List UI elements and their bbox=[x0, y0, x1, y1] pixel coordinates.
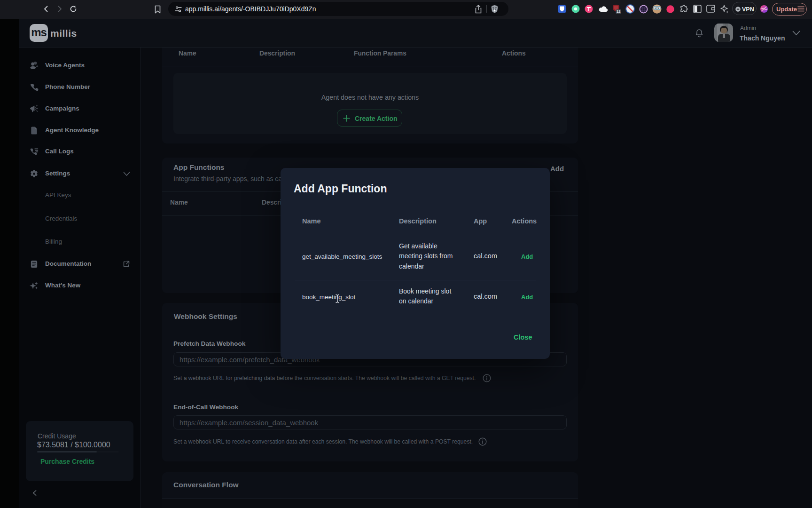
svg-text:12: 12 bbox=[617, 9, 620, 14]
